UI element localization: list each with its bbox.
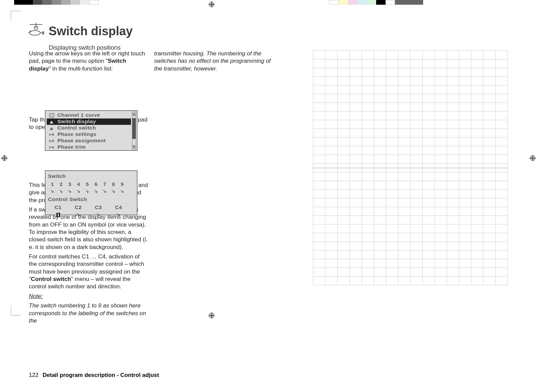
intro-paragraph: Using the arrow keys on the left or righ… xyxy=(29,50,148,72)
page-number: 122 xyxy=(29,372,41,379)
control-switch-on-icon xyxy=(48,212,68,219)
helicopter-icon xyxy=(28,22,44,39)
menu-item-label: Switch display xyxy=(57,118,96,125)
phase-arrow-icon xyxy=(49,139,55,143)
control-switch-state-row: ↘ ↘ ↘ xyxy=(45,211,137,219)
switch-off-icon: ↘ xyxy=(68,212,88,218)
curve-icon xyxy=(49,113,55,118)
menu-item-switch-display[interactable]: Switch display xyxy=(47,118,131,125)
registration-mark-icon xyxy=(529,154,536,162)
switch-icon xyxy=(49,126,55,131)
switch-off-icon: ↘ xyxy=(108,212,129,218)
registration-mark-icon xyxy=(208,1,215,8)
control-switch-label: Control Switch xyxy=(45,195,137,203)
note-continuation: transmitter housing. The numbering of th… xyxy=(154,50,273,72)
body-paragraph: For control switches C1 … C4, activation… xyxy=(29,253,148,290)
switch-num: 1 xyxy=(48,181,57,188)
switch-num: 8 xyxy=(109,181,118,188)
switch-section-label: Switch xyxy=(45,171,137,180)
control-switch-id-row: C1 C2 C3 C4 xyxy=(45,203,137,211)
switch-num: 5 xyxy=(83,181,92,188)
scroll-down-button[interactable] xyxy=(132,145,136,149)
menu-item-label: Channel 1 curve xyxy=(57,112,100,118)
menu-item-phase-trim[interactable]: Phase trim xyxy=(47,144,131,150)
switch-off-icon: ↘ xyxy=(57,189,65,194)
page-footer: 122 Detail program description - Control… xyxy=(29,372,159,379)
page-content: Switch display Displaying switch positio… xyxy=(25,13,512,379)
menu-item-label: Phase assignment xyxy=(57,137,106,144)
note-text: The switch numbering 1 to 9 as shown her… xyxy=(29,302,148,324)
phase-arrow-icon xyxy=(49,145,55,150)
switch-num: 4 xyxy=(74,181,83,188)
switch-off-icon: ↘ xyxy=(92,189,100,194)
lcd-menu-list: Channel 1 curve Switch display Control s… xyxy=(45,110,137,151)
menu-item-phase-assignment[interactable]: Phase assignment xyxy=(47,138,131,144)
scrollbar[interactable] xyxy=(132,112,136,149)
column-1: Using the arrow keys on the left or righ… xyxy=(29,50,148,326)
switch-off-icon: ↘ xyxy=(48,189,57,194)
menu-item-label: Phase settings xyxy=(57,131,96,138)
text: " in the multi-function list: xyxy=(49,65,113,72)
switch-num: 3 xyxy=(65,181,74,188)
switch-off-icon: ↘ xyxy=(83,189,92,194)
control-switch-id: C3 xyxy=(88,204,108,211)
switch-state-row: ↘ ↘ ↘ ↘ ↘ ↘ ↘ ↘ ↘ xyxy=(45,188,137,195)
note-label: Note: xyxy=(29,292,43,300)
column-2: transmitter housing. The numbering of th… xyxy=(154,50,273,74)
switch-num: 6 xyxy=(92,181,100,188)
control-switch-id: C4 xyxy=(108,204,129,211)
switch-off-icon: ↘ xyxy=(118,189,127,194)
print-calibration-bar xyxy=(0,0,537,5)
switch-off-icon: ↘ xyxy=(88,212,108,218)
svg-rect-8 xyxy=(49,113,54,117)
menu-ref: Control switch xyxy=(31,276,71,282)
scroll-track[interactable] xyxy=(132,116,136,145)
switch-off-icon: ↘ xyxy=(109,189,118,194)
text: Using the arrow keys on the left or righ… xyxy=(29,50,145,64)
page-title: Switch display xyxy=(49,24,133,38)
svg-point-3 xyxy=(30,31,40,35)
notes-grid xyxy=(313,50,508,285)
switch-off-icon: ↘ xyxy=(100,189,109,194)
menu-item-phase-settings[interactable]: Phase settings xyxy=(47,131,131,138)
switch-icon xyxy=(49,119,55,124)
control-switch-id: C1 xyxy=(48,204,68,211)
menu-item-channel1-curve[interactable]: Channel 1 curve xyxy=(47,112,131,118)
switch-off-icon: ↘ xyxy=(74,189,83,194)
switch-num: 9 xyxy=(118,181,127,188)
scroll-up-button[interactable] xyxy=(132,112,136,116)
switch-number-row: 1 2 3 4 5 6 7 8 9 xyxy=(45,180,137,188)
registration-mark-icon xyxy=(1,154,8,162)
phase-arrow-icon xyxy=(49,132,55,137)
footer-title: Detail program description - Control adj… xyxy=(43,372,159,378)
lcd-switch-status: Switch 1 2 3 4 5 6 7 8 9 ↘ ↘ ↘ ↘ ↘ ↘ ↘ ↘ xyxy=(45,170,137,215)
crop-mark-icon xyxy=(1,1,11,11)
menu-item-control-switch[interactable]: Control switch xyxy=(47,125,131,131)
menu-item-label: Phase trim xyxy=(57,144,86,150)
switch-num: 2 xyxy=(57,181,65,188)
crop-mark-icon xyxy=(1,315,11,325)
switch-off-icon: ↘ xyxy=(65,189,74,194)
menu-item-label: Control switch xyxy=(57,125,96,131)
switch-num: 7 xyxy=(100,181,109,188)
control-switch-id: C2 xyxy=(68,204,88,211)
